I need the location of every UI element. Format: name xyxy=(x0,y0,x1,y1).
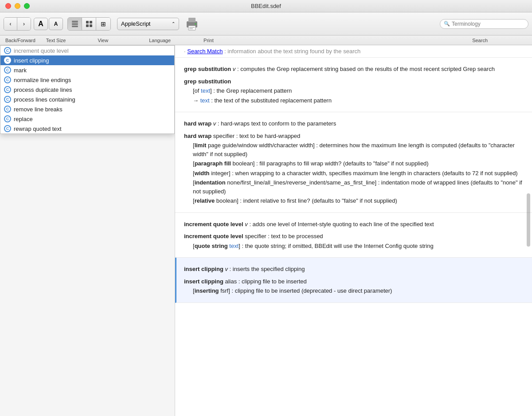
subtitle-suffix: specifier : text to be hard-wrapped xyxy=(213,133,301,139)
label-text-size: Text Size xyxy=(41,38,71,43)
forward-icon: › xyxy=(23,21,25,27)
search-icon: 🔍 xyxy=(444,21,450,27)
section-subtitle-line: insert clipping alias : clipping file to… xyxy=(184,277,523,286)
param-limit: [limit page guide/window width/character… xyxy=(193,141,523,158)
svg-rect-1 xyxy=(188,18,196,22)
svg-point-5 xyxy=(195,23,196,25)
forward-button[interactable]: › xyxy=(17,18,31,30)
print-button[interactable] xyxy=(184,16,200,32)
command-icon: C xyxy=(4,57,11,64)
param-relative: [relative boolean] : indent relative to … xyxy=(193,196,523,205)
font-large-button[interactable]: A xyxy=(34,18,48,30)
close-button[interactable] xyxy=(5,3,11,9)
label-language: Language xyxy=(144,38,176,43)
section-subtitle: grep substitution xyxy=(184,77,523,86)
section-title: hard wrap xyxy=(184,120,211,127)
section-header: hard wrap v : hard-wraps text to conform… xyxy=(184,119,523,128)
text-link-quote[interactable]: text xyxy=(229,243,239,249)
param-line-result-text: → text : the text of the substituted rep… xyxy=(193,96,523,105)
language-selector[interactable]: AppleScript ⌃ xyxy=(117,18,179,30)
back-button[interactable]: ‹ xyxy=(4,18,17,30)
dropdown-label: remove line breaks xyxy=(14,106,63,113)
view-hier-button[interactable]: ⊞ xyxy=(96,18,110,30)
sidebar: S Required Suite › S Standard Suite › S … xyxy=(0,45,175,416)
dropdown-item-process-duplicate-lines[interactable]: C process duplicate lines xyxy=(0,85,174,94)
section-body: insert clipping alias : clipping file to… xyxy=(184,277,523,295)
view-list-button[interactable] xyxy=(68,18,82,30)
param-inserting: [inserting fsrf] : clipping file to be i… xyxy=(193,286,523,295)
command-icon: C xyxy=(4,47,11,54)
dropdown-item-insert-clipping[interactable]: C insert clipping xyxy=(0,55,174,65)
svg-rect-4 xyxy=(189,28,193,29)
command-icon: C xyxy=(4,86,11,93)
section-grep-substitution: grep substitution v : computes the Grep … xyxy=(175,58,532,112)
section-subtitle: increment quote level xyxy=(184,233,243,239)
subtitle-suffix: alias : clipping file to be inserted xyxy=(225,278,306,285)
language-label: AppleScript xyxy=(121,20,150,27)
section-header: insert clipping v : inserts the specifie… xyxy=(184,265,523,274)
title-bar: BBEdit.sdef xyxy=(0,0,532,12)
section-title: insert clipping xyxy=(184,266,223,272)
content-scrollbar[interactable] xyxy=(527,193,530,247)
dropdown-item-mark[interactable]: C mark xyxy=(0,65,174,75)
search-match-link[interactable]: Search Match xyxy=(187,48,223,55)
section-body: hard wrap specifier : text to be hard-wr… xyxy=(184,132,523,205)
label-back-forward: Back/Forward xyxy=(4,38,41,43)
font-small-button[interactable]: A xyxy=(49,18,63,30)
dropdown-label: process duplicate lines xyxy=(14,86,72,93)
search-box[interactable]: 🔍 xyxy=(440,19,528,29)
dropdown-label: replace xyxy=(14,116,33,122)
dropdown-label: increment quote level xyxy=(14,47,69,54)
svg-rect-3 xyxy=(189,27,195,28)
section-title: increment quote level xyxy=(184,221,243,228)
view-hier-icon: ⊞ xyxy=(101,20,106,27)
dropdown-item-rewrap-quoted-text[interactable]: C rewrap quoted text xyxy=(0,124,174,133)
section-subtitle-line: increment quote level specifier : text t… xyxy=(184,232,523,241)
toolbar: ‹ › A A xyxy=(0,12,532,35)
param-line-of-text: [of text] : the Grep replacement pattern xyxy=(193,86,523,95)
content-pane: · Search Match : information about the t… xyxy=(175,45,532,416)
param-quote-string: [quote string text] : the quote string; … xyxy=(193,242,523,251)
font-size-group: A A xyxy=(34,18,63,30)
command-icon: C xyxy=(4,106,11,113)
label-print: Print xyxy=(198,38,219,43)
window-title: BBEdit.sdef xyxy=(251,3,281,9)
view-grid-icon xyxy=(86,21,92,27)
command-icon: C xyxy=(4,115,11,122)
dropdown-item-increment-quote-level-faded[interactable]: C increment quote level xyxy=(0,46,174,55)
section-title-suffix: v : adds one level of Internet-style quo… xyxy=(245,221,434,228)
section-insert-clipping: insert clipping v : inserts the specifie… xyxy=(175,258,532,303)
dropdown-item-process-lines-containing[interactable]: C process lines containing xyxy=(0,94,174,104)
label-search: Search xyxy=(467,38,493,43)
param-width: [width integer] : when wrapping to a cha… xyxy=(193,169,523,178)
view-group: ⊞ xyxy=(67,17,111,31)
search-input[interactable] xyxy=(452,21,524,27)
command-icon: C xyxy=(4,96,11,103)
maximize-button[interactable] xyxy=(24,3,30,9)
dropdown-item-replace[interactable]: C replace xyxy=(0,114,174,124)
text-link[interactable]: text xyxy=(201,87,210,94)
text-link-2[interactable]: text xyxy=(200,97,210,104)
view-list-icon xyxy=(72,21,78,27)
font-large-icon: A xyxy=(38,20,43,28)
command-icon: C xyxy=(4,67,11,74)
subtitle-suffix: specifier : text to be processed xyxy=(245,233,323,239)
dropdown-item-normalize-line-endings[interactable]: C normalize line endings xyxy=(0,75,174,85)
minimize-button[interactable] xyxy=(15,3,20,9)
view-grid-button[interactable] xyxy=(82,18,96,30)
label-view: View xyxy=(93,38,114,43)
section-body: grep substitution [of text] : the Grep r… xyxy=(184,77,523,105)
font-small-icon: A xyxy=(54,21,58,27)
printer-icon xyxy=(185,16,199,32)
section-subtitle: hard wrap xyxy=(184,133,211,139)
traffic-lights xyxy=(5,3,30,9)
section-body: increment quote level specifier : text t… xyxy=(184,232,523,250)
main-area: S Required Suite › S Standard Suite › S … xyxy=(0,45,532,416)
dropdown-label: mark xyxy=(14,67,27,74)
section-title-suffix: v : inserts the specified clipping xyxy=(225,266,305,272)
dropdown-item-remove-line-breaks[interactable]: C remove line breaks xyxy=(0,104,174,114)
section-title-suffix: v : hard-wraps text to conform to the pa… xyxy=(213,120,336,127)
section-title-suffix: v : computes the Grep replacement string… xyxy=(233,66,495,72)
param-indentation: [indentation none/first_line/all_lines/r… xyxy=(193,178,523,196)
top-desc-text: : information about the text string foun… xyxy=(224,48,360,55)
